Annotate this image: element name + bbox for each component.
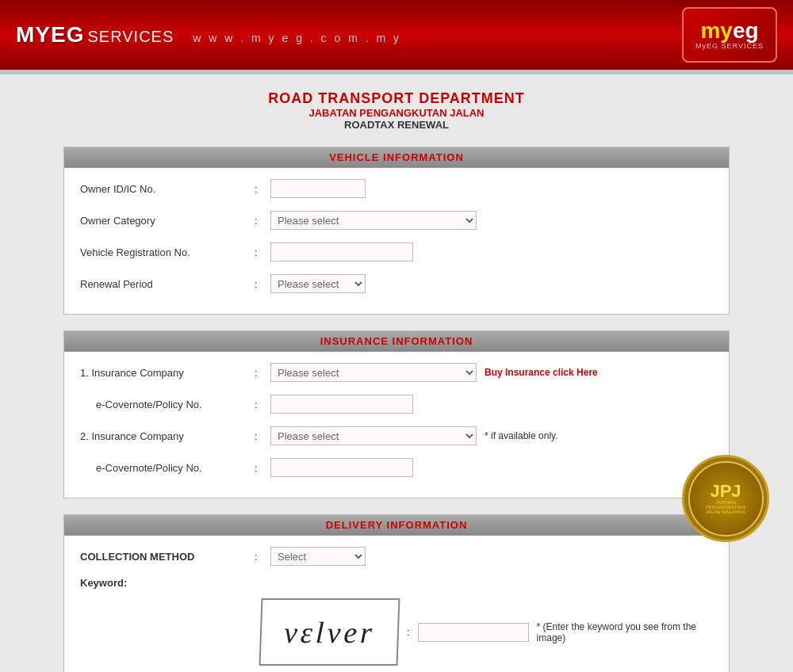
vehicle-section: VEHICLE INFORMATION Owner ID/IC No. : Ow… bbox=[63, 147, 730, 315]
header-url: w w w . m y e g . c o m . m y bbox=[193, 32, 401, 44]
renewal-period-label: Renewal Period bbox=[80, 278, 255, 290]
badge-sub: MyEG SERVICES bbox=[695, 42, 764, 50]
insurance-available-note: * if available only. bbox=[485, 430, 558, 441]
ecovernote2-control bbox=[270, 458, 713, 477]
jpj-text: JPJ bbox=[710, 483, 741, 500]
owner-category-control: Please select Individual Company bbox=[270, 211, 713, 230]
vehicle-reg-row: Vehicle Registration No. : bbox=[80, 241, 713, 263]
logo-area: MYEGSERVICES w w w . m y e g . c o m . m… bbox=[16, 22, 401, 48]
ecovernote2-row: e-Covernote/Policy No. : bbox=[80, 456, 713, 479]
vehicle-section-body: Owner ID/IC No. : Owner Category : Pleas… bbox=[64, 168, 729, 314]
insurance-company1-select[interactable]: Please select bbox=[270, 363, 477, 382]
page-title-block: ROAD TRANSPORT DEPARTMENT JABATAN PENGAN… bbox=[63, 90, 730, 131]
renewal-period-control: Please select 6 months 12 months bbox=[270, 274, 713, 293]
owner-category-select[interactable]: Please select Individual Company bbox=[270, 211, 477, 230]
collection-method-label: COLLECTION METHOD bbox=[80, 551, 255, 563]
insurance-company2-control: Please select * if available only. bbox=[270, 426, 713, 445]
vehicle-reg-label: Vehicle Registration No. bbox=[80, 246, 255, 258]
header-right: myeg MyEG SERVICES bbox=[682, 7, 777, 63]
delivery-section-header: DELIVERY INFORMATION bbox=[64, 515, 729, 536]
ecovernote2-colon: : bbox=[255, 462, 270, 474]
owner-id-input[interactable] bbox=[270, 179, 366, 198]
jpj-inner: JPJ JABATAN PENGANGKUTAN JALAN MALAYSIA bbox=[688, 461, 764, 536]
insurance-company1-row: 1. Insurance Company : Please select Buy… bbox=[80, 361, 713, 384]
vehicle-section-header: VEHICLE INFORMATION bbox=[64, 147, 729, 168]
owner-id-colon: : bbox=[255, 183, 270, 195]
insurance-company1-control: Please select Buy Insurance click Here bbox=[270, 363, 713, 382]
collection-method-select[interactable]: Select Home Delivery Counter Collection bbox=[270, 547, 366, 566]
main-container: ROAD TRANSPORT DEPARTMENT JABATAN PENGAN… bbox=[0, 74, 793, 672]
page-title-main: ROAD TRANSPORT DEPARTMENT bbox=[63, 90, 730, 107]
vehicle-reg-input[interactable] bbox=[270, 242, 413, 262]
delivery-section: DELIVERY INFORMATION COLLECTION METHOD :… bbox=[63, 514, 730, 672]
ecovernote2-input[interactable] bbox=[270, 458, 413, 477]
badge-eg: eg bbox=[733, 18, 759, 43]
ecovernote1-input[interactable] bbox=[270, 395, 413, 414]
captcha-colon: : bbox=[407, 626, 410, 638]
owner-category-colon: : bbox=[255, 215, 270, 227]
collection-method-colon: : bbox=[255, 551, 270, 563]
delivery-section-body: COLLECTION METHOD : Select Home Delivery… bbox=[64, 536, 729, 672]
renewal-period-colon: : bbox=[255, 278, 270, 290]
brand-myeg: MYEG bbox=[16, 22, 84, 48]
captcha-row: vεlver : * (Enter the keyword you see fr… bbox=[80, 598, 713, 666]
jpj-badge: JPJ JABATAN PENGANGKUTAN JALAN MALAYSIA bbox=[682, 455, 769, 542]
vehicle-reg-control bbox=[270, 242, 713, 262]
owner-id-label: Owner ID/IC No. bbox=[80, 183, 255, 195]
ecovernote1-control bbox=[270, 395, 713, 414]
ecovernote1-row: e-Covernote/Policy No. : bbox=[80, 393, 713, 415]
owner-id-row: Owner ID/IC No. : bbox=[80, 178, 713, 200]
captcha-image: vεlver bbox=[259, 598, 400, 666]
renewal-period-row: Renewal Period : Please select 6 months … bbox=[80, 273, 713, 295]
keyword-label: Keyword: bbox=[80, 577, 255, 589]
badge-logo-text: myeg bbox=[700, 20, 758, 42]
captcha-input[interactable] bbox=[418, 623, 529, 642]
insurance-company1-label: 1. Insurance Company bbox=[80, 367, 255, 379]
page-title-third: ROADTAX RENEWAL bbox=[63, 119, 730, 131]
renewal-period-select[interactable]: Please select 6 months 12 months bbox=[270, 274, 366, 293]
insurance-section: INSURANCE INFORMATION 1. Insurance Compa… bbox=[63, 330, 730, 498]
insurance-section-body: 1. Insurance Company : Please select Buy… bbox=[64, 352, 729, 498]
owner-id-control bbox=[270, 179, 713, 198]
ecovernote2-label: e-Covernote/Policy No. bbox=[80, 462, 255, 474]
jpj-subtext: JABATAN PENGANGKUTAN JALAN MALAYSIA bbox=[698, 500, 753, 514]
insurance-company2-row: 2. Insurance Company : Please select * i… bbox=[80, 425, 713, 447]
owner-category-label: Owner Category bbox=[80, 215, 255, 227]
collection-method-control: Select Home Delivery Counter Collection bbox=[270, 547, 713, 566]
page-title-sub: JABATAN PENGANGKUTAN JALAN bbox=[63, 107, 730, 119]
insurance-company2-colon: : bbox=[255, 430, 270, 442]
keyword-row: Keyword: bbox=[80, 577, 713, 589]
header: MYEGSERVICES w w w . m y e g . c o m . m… bbox=[0, 0, 793, 70]
insurance-section-header: INSURANCE INFORMATION bbox=[64, 331, 729, 352]
insurance-company2-label: 2. Insurance Company bbox=[80, 430, 255, 442]
insurance-company2-select[interactable]: Please select bbox=[270, 426, 477, 445]
captcha-hint: * (Enter the keyword you see from the im… bbox=[537, 621, 713, 643]
brand-services: SERVICES bbox=[87, 28, 174, 46]
ecovernote1-colon: : bbox=[255, 399, 270, 410]
vehicle-reg-colon: : bbox=[255, 246, 270, 258]
ecovernote1-label: e-Covernote/Policy No. bbox=[80, 399, 255, 410]
badge-my: my bbox=[700, 18, 732, 43]
captcha-area: vεlver : * (Enter the keyword you see fr… bbox=[260, 598, 713, 666]
insurance-company1-colon: : bbox=[255, 367, 270, 379]
myeg-badge: myeg MyEG SERVICES bbox=[682, 7, 777, 63]
collection-method-row: COLLECTION METHOD : Select Home Delivery… bbox=[80, 545, 713, 567]
buy-insurance-link[interactable]: Buy Insurance click Here bbox=[485, 367, 598, 378]
owner-category-row: Owner Category : Please select Individua… bbox=[80, 209, 713, 231]
